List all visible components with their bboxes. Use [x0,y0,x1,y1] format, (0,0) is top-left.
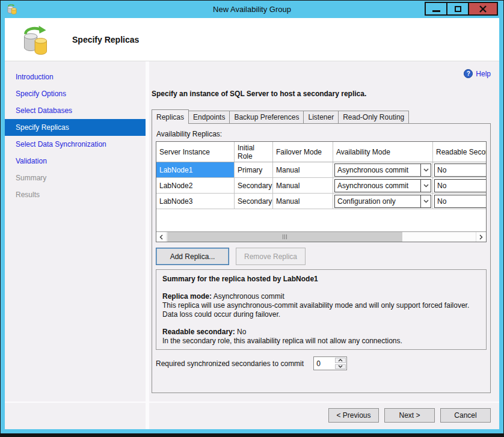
cell-initial-role[interactable]: Secondary [235,178,273,193]
tab-listener[interactable]: Listener [303,111,339,123]
availability-mode-select[interactable]: Configuration only [334,195,431,208]
add-replica-button[interactable]: Add Replica... [156,248,229,265]
table-row[interactable]: LabNode3 Secondary Manual Configuration … [156,194,486,209]
replica-actions: Add Replica... Remove Replica [156,248,487,265]
readable-secondary-label: Readable secondary: [162,328,235,336]
chevron-down-icon[interactable] [420,180,431,192]
help-icon: ? [464,69,473,78]
help-row: ? Help [152,61,491,81]
column-header-initial-role[interactable]: Initial Role [235,142,273,162]
sidebar-item-validation[interactable]: Validation [5,153,146,170]
window-controls [426,2,498,16]
replica-mode-label: Replica mode: [162,292,212,301]
combo-value: Asynchronous commit [335,164,420,176]
page-title: Specify Replicas [72,35,139,44]
close-button[interactable] [468,2,498,16]
readable-secondary-select[interactable]: No [434,179,486,192]
combo-value: Configuration only [335,195,420,207]
previous-button[interactable]: < Previous [328,408,379,423]
cancel-button[interactable]: Cancel [440,408,491,423]
remove-replica-button: Remove Replica [236,248,306,265]
column-header-readable-secondary[interactable]: Readable Secondary [433,142,486,162]
sidebar-item-specify-replicas[interactable]: Specify Replicas [5,119,146,136]
title-bar[interactable]: New Availability Group [1,1,503,18]
scroll-right-button[interactable] [476,232,486,242]
spinner-up-icon [338,359,343,362]
quorum-row: Required synchronized secondaries to com… [156,356,487,370]
cell-availability-mode: Configuration only [333,194,433,209]
next-button[interactable]: Next > [384,408,435,423]
replicas-icon [20,25,51,55]
help-label: Help [476,70,491,78]
scroll-right-icon [479,234,483,240]
spinner-buttons [334,357,346,370]
availability-replicas-label: Availability Replicas: [156,130,487,138]
replica-mode-description: This replica will use asynchronous-commi… [162,301,480,319]
replica-mode-value: Asynchronous commit [212,292,284,301]
cell-server-instance[interactable]: LabNode2 [156,178,235,193]
replicas-tab-panel: Availability Replicas: Server Instance I… [152,123,491,393]
footer-separator [5,402,499,403]
wizard-window: New Availability Group [0,0,504,437]
tab-strip: Replicas Endpoints Backup Preferences Li… [152,109,491,123]
cell-failover-mode[interactable]: Manual [273,178,333,193]
cell-initial-role[interactable]: Secondary [235,194,273,209]
readable-secondary-value: No [235,328,247,336]
dialog-body: Introduction Specify Options Select Data… [5,61,499,429]
column-header-availability-mode[interactable]: Availability Mode [333,142,433,162]
cell-server-instance[interactable]: LabNode3 [156,194,235,209]
page-content: ? Help Specify an instance of SQL Server… [149,61,499,429]
readable-secondary-select[interactable]: No [434,163,486,177]
tab-endpoints[interactable]: Endpoints [188,111,230,123]
tab-replicas[interactable]: Replicas [152,109,189,124]
quorum-input[interactable] [314,357,334,370]
combo-value: Asynchronous commit [335,180,420,192]
cell-readable-secondary: No [433,194,486,209]
cell-readable-secondary: No [433,162,486,177]
help-link[interactable]: ? Help [464,69,491,78]
spinner-down-button[interactable] [335,364,346,370]
tab-backup-preferences[interactable]: Backup Preferences [229,111,304,123]
availability-mode-select[interactable]: Asynchronous commit [334,163,431,177]
summary-title: Summary for the replica hosted by LabNod… [162,275,480,284]
combo-value: No [435,180,486,192]
sidebar-item-introduction[interactable]: Introduction [5,69,146,85]
minimize-icon [432,10,440,12]
page-header: Specify Replicas [5,18,499,61]
cell-initial-role[interactable]: Primary [235,162,273,177]
sidebar-item-select-databases[interactable]: Select Databases [5,102,146,119]
availability-mode-select[interactable]: Asynchronous commit [334,179,431,192]
readable-secondary-select[interactable]: No [434,195,486,208]
column-header-server-instance[interactable]: Server Instance [156,142,235,162]
instruction-text: Specify an instance of SQL Server to hos… [152,90,491,98]
sidebar-item-specify-options[interactable]: Specify Options [5,85,146,102]
sidebar-item-summary: Summary [5,170,146,186]
minimize-button[interactable] [425,2,447,16]
cell-server-instance[interactable]: LabNode1 [156,162,235,177]
scrollbar-grip-icon [283,234,287,239]
summary-readable-secondary: Readable secondary: No In the secondary … [162,328,480,346]
dialog-surface: Specify Replicas Introduction Specify Op… [5,18,499,429]
quorum-spinner [313,356,347,370]
close-icon [479,5,487,13]
table-row[interactable]: LabNode1 Primary Manual Asynchronous com… [156,162,486,178]
chevron-down-icon[interactable] [420,164,431,176]
quorum-label: Required synchronized secondaries to com… [156,359,304,368]
chevron-down-icon[interactable] [420,195,431,207]
cell-failover-mode[interactable]: Manual [273,194,333,209]
wizard-steps-sidebar: Introduction Specify Options Select Data… [5,61,146,429]
scrollbar-thumb[interactable] [167,232,402,242]
sidebar-item-select-data-synchronization[interactable]: Select Data Synchronization [5,136,146,153]
scrollbar-track[interactable] [167,232,476,242]
cell-readable-secondary: No [433,178,486,193]
column-header-failover-mode[interactable]: Failover Mode [273,142,333,162]
tab-read-only-routing[interactable]: Read-Only Routing [338,111,409,123]
table-row[interactable]: LabNode2 Secondary Manual Asynchronous c… [156,178,486,194]
readable-secondary-description: In the secondary role, this availability… [162,337,480,346]
cell-availability-mode: Asynchronous commit [333,178,433,193]
scroll-left-button[interactable] [156,232,167,242]
replica-summary-box: Summary for the replica hosted by LabNod… [156,269,487,350]
maximize-button[interactable] [446,2,469,16]
cell-failover-mode[interactable]: Manual [273,162,333,177]
spinner-up-button[interactable] [335,358,346,363]
